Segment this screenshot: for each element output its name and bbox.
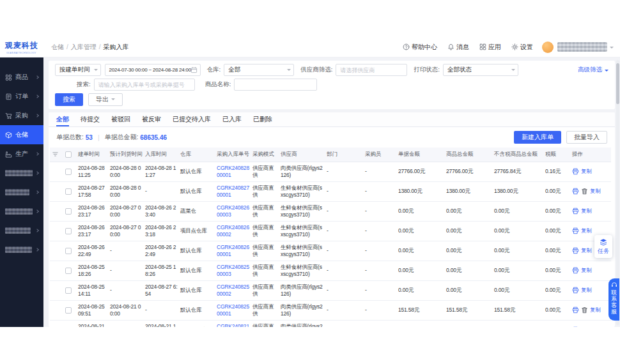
cell-inbound: -: [144, 300, 179, 320]
table-row: 2024-08-21 14:54-2024-08-21 14:54项目点仓库CG…: [50, 320, 611, 327]
sidebar-item-censored[interactable]: [0, 202, 43, 221]
print-icon[interactable]: [572, 208, 579, 215]
table-row: 2024-08-27 17:582024-08-28 00:00-默认仓库CGR…: [50, 181, 611, 201]
inbound-order-link[interactable]: CGRK240825 00001: [217, 303, 249, 317]
inbound-order-link[interactable]: CGRK240825 00003: [217, 264, 249, 277]
print-status-select[interactable]: 全部状态: [443, 64, 518, 76]
row-checkbox[interactable]: [65, 287, 72, 294]
print-icon[interactable]: [572, 287, 579, 294]
sidebar-item-orders[interactable]: 订单: [0, 87, 43, 106]
cell-dept: -: [325, 181, 364, 201]
column-header: 建单时间: [77, 148, 109, 162]
cell-dept: -: [325, 280, 364, 300]
create-inbound-button[interactable]: 新建入库单: [514, 131, 561, 144]
row-checkbox[interactable]: [65, 307, 72, 314]
brand-logo[interactable]: 观麦科技 GUANMAITECHNOLOGY: [0, 40, 43, 54]
cell-order_no: CGRK240826 00001: [215, 241, 251, 261]
time-field-select[interactable]: 按建单时间: [55, 64, 101, 76]
date-range-input[interactable]: 2024-07-30 00:00 ~ 2024-08-28 24:00: [105, 64, 201, 76]
search-button[interactable]: 搜索: [55, 93, 83, 106]
row-checkbox[interactable]: [65, 169, 72, 175]
sidebar-item-goods[interactable]: 商品: [0, 68, 43, 87]
print-icon[interactable]: [572, 188, 579, 195]
advanced-filter-link[interactable]: 高级筛选: [578, 66, 608, 74]
topbar-settings[interactable]: 设置: [511, 43, 533, 52]
print-icon[interactable]: [572, 326, 579, 327]
inbound-order-link[interactable]: CGRK240821 00002: [217, 323, 249, 328]
copy-link[interactable]: 复制: [581, 287, 592, 293]
breadcrumb: 仓储/入库管理/采购入库: [51, 43, 129, 52]
row-checkbox[interactable]: [65, 228, 72, 234]
chevron-right-icon: [35, 171, 39, 175]
column-header: 采购入库单号: [215, 148, 251, 162]
cell-created: 2024-08-21 14:54: [77, 320, 109, 327]
print-icon[interactable]: [572, 168, 579, 175]
copy-link[interactable]: 复制: [581, 326, 592, 327]
topbar-message[interactable]: 消息: [447, 43, 469, 52]
avatar[interactable]: [542, 42, 554, 53]
copy-link[interactable]: 复制: [581, 267, 592, 273]
print-icon[interactable]: [572, 247, 579, 254]
cell-dept: -: [325, 241, 364, 261]
tab-inbound[interactable]: 已入库: [222, 112, 242, 126]
cell-amount: 0.00元: [397, 221, 445, 241]
tab-unreviewed[interactable]: 被反审: [142, 112, 161, 126]
cell-expected: 2024-08-28 00:00: [109, 181, 144, 201]
sidebar-item-censored[interactable]: [0, 163, 43, 183]
chevron-down-icon[interactable]: [610, 47, 614, 50]
delete-icon[interactable]: [581, 307, 588, 314]
purchase-icon: [5, 112, 12, 119]
inbound-order-link[interactable]: CGRK240828 00001: [217, 165, 249, 178]
contact-service-button[interactable]: 联系客服: [608, 278, 619, 321]
export-button[interactable]: 导出: [88, 93, 123, 106]
warehouse-label: 仓库:: [207, 66, 221, 74]
select-all-checkbox[interactable]: [65, 151, 72, 158]
inbound-order-link[interactable]: CGRK240826 00001: [217, 244, 249, 257]
inbound-order-link[interactable]: CGRK240826 00002: [217, 224, 249, 238]
breadcrumb-item[interactable]: 入库管理: [71, 43, 97, 52]
print-icon[interactable]: [572, 227, 579, 234]
sidebar-item-censored[interactable]: [0, 240, 43, 259]
row-checkbox[interactable]: [65, 208, 72, 215]
scrollbar-thumb[interactable]: [616, 63, 619, 104]
print-icon[interactable]: [572, 307, 579, 314]
inbound-order-link[interactable]: CGRK240827 00001: [217, 185, 249, 198]
search-input[interactable]: [94, 79, 195, 91]
batch-import-button[interactable]: 批量导入: [566, 131, 607, 144]
cell-dept: -: [325, 201, 364, 221]
row-checkbox[interactable]: [65, 188, 72, 195]
tab-deleted[interactable]: 已删除: [253, 112, 272, 126]
inbound-order-link[interactable]: CGRK240825 00002: [217, 284, 249, 297]
sidebar-item-purchase[interactable]: 采购: [0, 106, 43, 125]
cell-tax: 0.00元: [544, 300, 571, 320]
topbar-apps[interactable]: 应用: [479, 43, 501, 52]
task-widget[interactable]: 任务: [594, 235, 612, 258]
copy-link[interactable]: 复制: [581, 247, 592, 254]
delete-icon[interactable]: [581, 188, 588, 195]
inbound-order-link[interactable]: CGRK240826 00003: [217, 204, 249, 218]
copy-link[interactable]: 复制: [590, 188, 601, 194]
topbar-help[interactable]: 帮助中心: [403, 43, 437, 52]
sidebar-item-censored[interactable]: [0, 221, 43, 240]
tab-all[interactable]: 全部: [56, 112, 69, 126]
supplier-input[interactable]: [336, 64, 407, 76]
column-settings-icon[interactable]: [52, 151, 59, 158]
tab-submitted[interactable]: 已提交待入库: [173, 112, 211, 126]
copy-link[interactable]: 复制: [590, 307, 601, 313]
tab-pending[interactable]: 待提交: [81, 112, 100, 126]
breadcrumb-item[interactable]: 仓储: [51, 43, 64, 52]
sidebar-item-warehouse[interactable]: 仓储: [0, 125, 43, 144]
sidebar-item-censored[interactable]: [0, 183, 43, 202]
copy-link[interactable]: 复制: [581, 208, 592, 214]
copy-link[interactable]: 复制: [581, 227, 592, 234]
copy-link[interactable]: 复制: [581, 168, 592, 174]
row-checkbox[interactable]: [65, 248, 72, 254]
sidebar-item-production[interactable]: 生产: [0, 144, 43, 163]
row-checkbox[interactable]: [65, 268, 72, 274]
cell-ops: 复制: [571, 261, 611, 280]
cell-amount: 27766.00元: [397, 162, 445, 181]
print-icon[interactable]: [572, 267, 579, 274]
tab-rejected[interactable]: 被驳回: [111, 112, 130, 126]
warehouse-select[interactable]: 全部: [224, 64, 294, 76]
product-name-input[interactable]: [234, 79, 317, 91]
